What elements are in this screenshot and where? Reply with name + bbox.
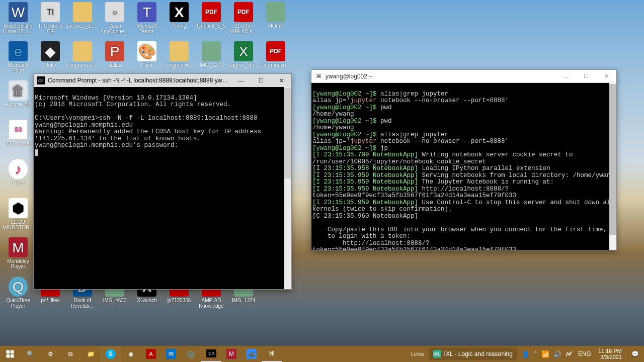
file-icon: e (9, 41, 28, 61)
clock[interactable]: 11:16 PM 3/3/2021 (594, 346, 626, 362)
ssh-line: alias|grep jupyter (377, 131, 449, 138)
people-icon[interactable]: 👤 (522, 350, 530, 358)
task-view-button[interactable]: ⧉ (60, 346, 80, 362)
file-icon: 🗑 (9, 80, 28, 101)
tray-chevron-icon[interactable]: ˄ (534, 350, 537, 358)
acrobat-button[interactable]: A (141, 346, 161, 362)
maximize-button[interactable]: ☐ (576, 70, 596, 82)
desktop-icon-label: pdf_files (41, 298, 59, 303)
ssh-line: alias|grep jupyter (377, 90, 449, 98)
search-button[interactable]: 🔍 (20, 346, 40, 362)
skype-button[interactable]: S (101, 346, 121, 362)
cmd-cursor (35, 149, 38, 156)
desktop-icon[interactable]: 🗑Recycle Bin (2, 79, 34, 119)
ssh-line: notebook --no-browser --port=8888' (377, 97, 509, 104)
minimize-button[interactable]: — (556, 70, 576, 82)
outlook-button[interactable]: ✉ (161, 346, 181, 362)
ssh-taskbar-button[interactable]: ⌘ (262, 346, 282, 362)
desktop-icon[interactable]: ⬢LEGO MINDSTOR… (2, 197, 34, 236)
ixl-icon: IXL (433, 350, 441, 358)
desktop-icon-label: jp7120356 (168, 298, 191, 303)
action-center-button[interactable]: 💬 (626, 346, 644, 362)
windows-icon (6, 349, 15, 358)
file-icon: ⬢ (9, 198, 28, 218)
desktop-icon[interactable]: WBiochemistry Cume 02_2… (2, 1, 34, 40)
file-icon: P (105, 41, 124, 61)
ixl-widget[interactable]: IXL IXL - Logic and reasoning (429, 347, 517, 360)
desktop-icon[interactable]: QQuickTime Player (2, 276, 34, 315)
file-icon (202, 41, 221, 61)
desktop-icon-label: Book of Revelati… (67, 298, 98, 309)
volume-icon[interactable]: 🔊 (553, 350, 561, 358)
desktop-icon[interactable]: TMicrosoft Teams (131, 1, 163, 40)
desktop-icon-label: Unity (45, 62, 56, 68)
links-label: Links (408, 346, 427, 362)
ssh-line: Copy/paste this URL into your browser wh… (312, 226, 607, 233)
desktop-icon-label: Paint (141, 62, 153, 68)
prompt: [ywang@log002 ~]$ (312, 131, 377, 138)
desktop-icon[interactable]: TITI Connect CE (34, 1, 66, 40)
ssh-window[interactable]: ⌘ ywang@log002:~ — ☐ ✕ [ywang@log002 ~]$… (311, 69, 617, 250)
ssh-line: notebook --no-browser --port=8888' (377, 138, 509, 145)
cmd-scrollbar[interactable] (284, 87, 291, 289)
ssh-line: http://localhost:8888/?token=55e0ee9f9ec… (312, 240, 516, 250)
terminal-icon: ⌘ (314, 72, 323, 80)
language-indicator[interactable]: ENG (575, 346, 594, 362)
maximize-button[interactable]: ☐ (251, 74, 271, 87)
desktop-icon-label: iTunes (11, 180, 26, 186)
app-button[interactable]: ◉ (121, 346, 141, 362)
ssh-line: jupyter (350, 97, 377, 104)
cmd-titlebar[interactable]: C:\ Command Prompt - ssh -N -f -L localh… (34, 74, 291, 87)
desktop-icon[interactable]: ○Cisco AnyConne… (99, 1, 131, 40)
cmd-window[interactable]: C:\ Command Prompt - ssh -N -f -L localh… (33, 73, 292, 290)
ssh-titlebar[interactable]: ⌘ ywang@log002:~ — ☐ ✕ (311, 70, 616, 83)
ssh-scrollbar[interactable] (609, 83, 616, 250)
desktop-icon[interactable]: eMicrosoft Edge (2, 40, 34, 79)
desktop-icon[interactable]: S3S3 Browser (2, 119, 34, 158)
desktop-icon-label: TI Connect CE (35, 23, 66, 34)
start-button[interactable] (0, 346, 20, 362)
minimize-button[interactable]: — (231, 74, 251, 87)
prompt: [ywang@log002 ~]$ (312, 118, 377, 125)
ssh-line: Serving notebooks from local directory: … (418, 172, 614, 179)
ssh-line: [I 23:15:35.709 NotebookApp] (312, 151, 418, 158)
close-button[interactable]: ✕ (596, 70, 616, 82)
desktop-icon-label: 21-0337 AMP-AD K… (228, 23, 259, 34)
file-icon: W (9, 2, 28, 22)
file-explorer-button[interactable]: 📁 (80, 346, 101, 362)
edge-button[interactable]: ◎ (181, 346, 201, 362)
desktop-icon-label: pictures_de… (67, 23, 98, 29)
desktop-icon[interactable]: HOme (260, 1, 292, 40)
ixl-widget-text: IXL - Logic and reasoning (444, 350, 513, 357)
ssh-line: to login with a token: (312, 233, 411, 240)
prompt: [ywang@log002 ~]$ (312, 145, 377, 152)
file-icon: X (170, 2, 189, 22)
cmd-taskbar-button[interactable]: C:\ (201, 346, 221, 362)
svg-rect-1 (11, 350, 14, 354)
desktop-icon[interactable]: pictures_de… (66, 1, 99, 40)
file-icon (73, 2, 92, 22)
close-button[interactable]: ✕ (271, 74, 291, 87)
settings-button[interactable]: ⚙ (40, 346, 60, 362)
wifi-icon[interactable]: 📶 (541, 350, 549, 358)
ssh-line: /home/ywang (312, 111, 354, 118)
desktop-icon[interactable]: PDF21-0337 AMP-AD K… (227, 1, 260, 40)
cmd-terminal-body[interactable]: Microsoft Windows [Version 10.0.17134.13… (34, 87, 291, 289)
svg-rect-3 (11, 354, 14, 358)
desktop-icon[interactable]: PDFGnuplot_5_5 (195, 1, 227, 40)
ssh-terminal-body[interactable]: [ywang@log002 ~]$ alias|grep jupyter ali… (311, 83, 616, 250)
file-icon (170, 41, 189, 61)
prompt: [ywang@log002 ~]$ (312, 90, 377, 98)
taskbar-pinned: 📁 S ◉ A ✉ ◎ C:\ M 📹 ⌘ (80, 346, 282, 362)
desktop-icon-label: IMG_1273 (200, 62, 223, 68)
desktop-icon[interactable]: MMendeley Player (2, 236, 34, 276)
taskbar: 🔍 ⚙ ⧉ 📁 S ◉ A ✉ ◎ C:\ M 📹 ⌘ Links IXL IX… (0, 346, 644, 362)
file-icon: PDF (266, 41, 285, 61)
cmd-line: C:\Users\yongmei>ssh -N -f -L localhost:… (35, 115, 261, 129)
mendeley-taskbar-button[interactable]: M (221, 346, 242, 362)
desktop-icon[interactable]: ♪iTunes (2, 158, 34, 197)
desktop-icon[interactable]: XXming (163, 1, 195, 40)
battery-icon[interactable]: 🗲 (566, 350, 572, 358)
file-icon: ◆ (41, 41, 60, 61)
zoom-button[interactable]: 📹 (242, 346, 262, 362)
